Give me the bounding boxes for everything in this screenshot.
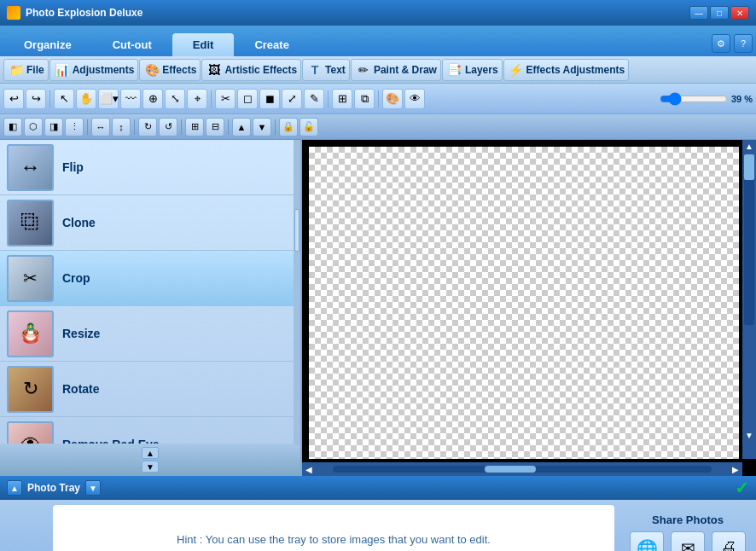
select-tool[interactable]: ↖ [54,89,74,109]
layer-tool[interactable]: ⧉ [354,89,375,109]
tab-organize[interactable]: Organize [3,33,92,56]
menu-group-artistic-effects[interactable]: 🖼 Artistic Effects [201,59,301,81]
bottom-area: ▲ Photo Tray ▼ ✓ ⚙ 📷 Hint : You can use … [0,476,756,551]
align-right-button[interactable]: ◨ [44,118,63,136]
sub-sep-5 [275,119,276,135]
align-left-button[interactable]: ◧ [3,118,22,136]
front-button[interactable]: ▲ [232,118,251,136]
transform-tool[interactable]: ⤡ [165,89,185,109]
color-tool[interactable]: 🎨 [382,89,403,109]
rotate-label: Rotate [62,382,100,396]
eye-tool[interactable]: 👁 [404,89,425,109]
rotate-cw-button[interactable]: ↻ [138,118,157,136]
paste-tool[interactable]: ◼ [259,89,280,109]
minimize-button[interactable]: — [689,6,708,20]
tray-bottom-icons: ⚙ 📷 [0,500,48,551]
artistic-effects-icon: 🖼 [206,61,223,78]
menu-group-file[interactable]: 📁 File [3,59,49,81]
close-button[interactable]: ✕ [730,6,749,20]
panel-item-rotate[interactable]: ↻ Rotate [0,362,300,417]
lasso-tool[interactable]: ⌖ [187,89,207,109]
pan-tool[interactable]: ✋ [76,89,96,109]
panel-item-clone[interactable]: ⿻ Clone [0,195,300,251]
layers-label: Layers [465,64,498,76]
toolbar-sep-2 [211,90,212,107]
canvas-area: ▲ ▼ ◀ ▶ [302,140,756,476]
lock-button[interactable]: 🔒 [279,118,298,136]
app-title: Photo Explosion Deluxe [26,7,142,19]
share-print-button[interactable]: 🖨 [712,531,746,552]
select-rect-tool[interactable]: ⬜▾ [98,89,119,109]
tab-edit[interactable]: Edit [172,33,235,56]
canvas-scroll-right[interactable]: ▶ [729,465,742,474]
layers-icon: 📑 [446,61,463,78]
menu-group-effects[interactable]: 🎨 Effects [139,59,201,81]
panel-scroll-controls: ▲ ▼ [0,444,300,476]
rotate-ccw-button[interactable]: ↺ [159,118,177,136]
brush-tool[interactable]: ✎ [304,89,324,109]
effects-adj-label: Effects Adjustments [526,64,625,76]
menu-group-adjustments[interactable]: 📊 Adjustments [49,59,139,81]
canvas-scroll-up[interactable]: ▲ [742,140,756,153]
redo-button[interactable]: ↪ [26,89,46,109]
zoom-label: 39 % [731,94,753,104]
canvas-scrollbar-v-thumb[interactable] [744,154,754,180]
flip-h-button[interactable]: ↔ [91,118,110,136]
menu-group-layers[interactable]: 📑 Layers [442,59,503,81]
menu-group-text[interactable]: T Text [302,59,350,81]
tab-create[interactable]: Create [234,33,309,56]
maximize-button[interactable]: □ [710,6,729,20]
canvas-scroll-down[interactable]: ▼ [742,429,756,442]
panel-item-crop[interactable]: ✂ Crop [0,251,300,306]
sub-sep-4 [228,119,229,135]
cut-tool[interactable]: ✂ [215,89,236,109]
grid-tool[interactable]: ⊞ [332,89,352,109]
copy-tool[interactable]: ◻ [237,89,258,109]
menu-group-effects-adjustments[interactable]: ⚡ Effects Adjustments [503,59,630,81]
panel-scroll-down[interactable]: ▼ [142,461,159,473]
resize-label: Resize [62,327,100,340]
back-button[interactable]: ▼ [253,118,271,136]
settings-gear-button[interactable]: ⚙ [712,34,730,53]
zoom-slider[interactable] [660,96,728,102]
artistic-effects-label: Artistic Effects [224,64,297,76]
menu-group-paint-draw[interactable]: ✏ Paint & Draw [351,59,441,81]
canvas-scrollbar-horizontal: ◀ ▶ [302,462,742,476]
share-globe-button[interactable]: 🌐 [630,531,664,552]
panel-scroll-up[interactable]: ▲ [142,447,159,459]
crop-tool-btn[interactable]: ⤢ [282,89,302,109]
sub-toolbar: ◧ ⬡ ◨ ⋮ ↔ ↕ ↻ ↺ ⊞ ⊟ ▲ ▼ 🔒 🔓 [0,114,756,140]
canvas-scroll-left[interactable]: ◀ [302,465,316,474]
distribute-button[interactable]: ⋮ [65,118,84,136]
sub-sep-2 [134,119,135,135]
undo-button[interactable]: ↩ [3,89,24,109]
panel-scroll-up-btn[interactable]: ▲ [7,480,22,496]
align-center-button[interactable]: ⬡ [24,118,43,136]
warp-tool[interactable]: 〰 [120,89,141,109]
hint-area: Hint : You can use the tray to store ima… [53,505,614,551]
canvas-scrollbar-h-track [333,466,712,473]
share-email-button[interactable]: ✉ [671,531,705,552]
canvas-checkerboard [309,147,739,459]
flip-v-button[interactable]: ↕ [112,118,131,136]
paint-draw-label: Paint & Draw [374,64,437,76]
canvas-scrollbar-h-thumb[interactable] [485,466,536,473]
canvas-scrollbar-vertical[interactable]: ▲ ▼ [742,140,756,459]
zoom-tool[interactable]: ⊕ [142,89,163,109]
panel-item-resize[interactable]: 🪆 Resize [0,306,300,362]
clone-label: Clone [62,216,96,229]
panel-scrollbar-thumb[interactable] [294,209,299,252]
flip-label: Flip [62,160,84,174]
unlock-button[interactable]: 🔓 [299,118,318,136]
panel-scroll-down-btn[interactable]: ▼ [85,480,101,496]
tray-checkmark: ✓ [735,478,749,498]
file-icon: 📁 [8,61,25,78]
group-button[interactable]: ⊞ [185,118,204,136]
help-button[interactable]: ? [734,34,753,53]
ungroup-button[interactable]: ⊟ [206,118,224,136]
tab-settings: ⚙ ? [712,34,753,56]
tab-cutout[interactable]: Cut-out [92,33,172,56]
adjustments-label: Adjustments [73,64,135,76]
canvas-scrollbar-v-track [744,154,754,325]
panel-item-flip[interactable]: ↔ Flip [0,140,300,195]
